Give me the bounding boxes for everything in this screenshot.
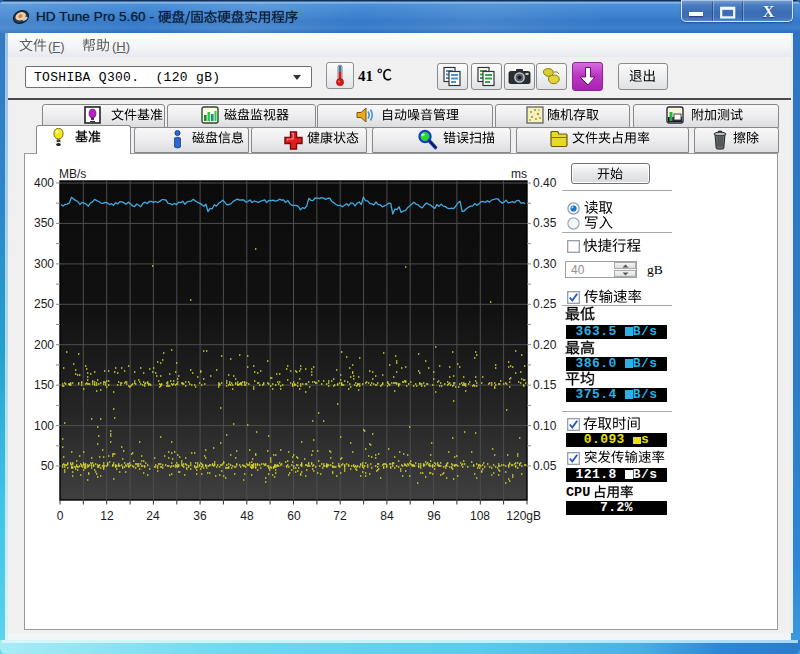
- svg-text:0.20: 0.20: [533, 338, 557, 352]
- svg-text:72: 72: [333, 509, 347, 523]
- svg-text:12: 12: [100, 509, 114, 523]
- svg-text:0: 0: [57, 509, 64, 523]
- svg-text:0.35: 0.35: [533, 216, 557, 230]
- svg-text:48: 48: [240, 509, 254, 523]
- svg-text:0.30: 0.30: [533, 257, 557, 271]
- svg-text:350: 350: [34, 216, 54, 230]
- svg-text:96: 96: [427, 509, 441, 523]
- svg-text:100: 100: [34, 419, 54, 433]
- svg-text:24: 24: [146, 509, 160, 523]
- svg-text:0.25: 0.25: [533, 297, 557, 311]
- svg-text:120gB: 120gB: [506, 509, 541, 523]
- svg-text:400: 400: [34, 176, 54, 190]
- svg-text:0.10: 0.10: [533, 419, 557, 433]
- svg-text:0.40: 0.40: [533, 176, 557, 190]
- svg-text:200: 200: [34, 338, 54, 352]
- svg-text:0.15: 0.15: [533, 378, 557, 392]
- svg-text:60: 60: [287, 509, 301, 523]
- svg-text:250: 250: [34, 297, 54, 311]
- svg-text:ms: ms: [511, 167, 527, 181]
- svg-text:84: 84: [380, 509, 394, 523]
- svg-text:MB/s: MB/s: [59, 167, 86, 181]
- svg-text:50: 50: [41, 459, 55, 473]
- svg-text:300: 300: [34, 257, 54, 271]
- svg-text:36: 36: [193, 509, 207, 523]
- svg-text:0.05: 0.05: [533, 459, 557, 473]
- svg-text:108: 108: [470, 509, 490, 523]
- svg-text:150: 150: [34, 378, 54, 392]
